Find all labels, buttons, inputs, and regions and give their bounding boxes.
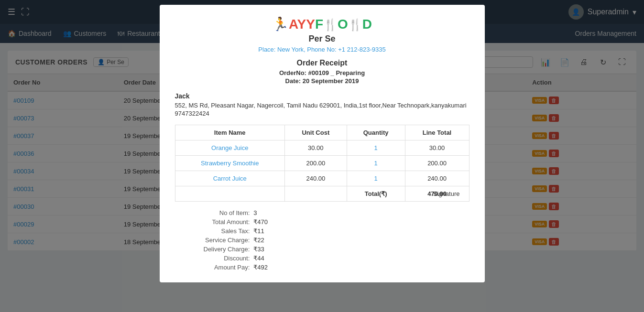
receipt-title: Order Receipt (175, 59, 469, 67)
item-name: Strawberry Smoothie (175, 156, 284, 171)
col-unit-cost: Unit Cost (284, 125, 347, 140)
amount-pay-label: Amount Pay: (204, 264, 250, 271)
receipt-total-row: Total(₹) 470.00 (175, 186, 469, 202)
col-line-total: Line Total (405, 125, 469, 140)
order-no-value: #00109 _ Preparing (308, 69, 365, 76)
customer-phone: 9747322424 (175, 110, 469, 117)
sales-tax-value: ₹11 (253, 227, 268, 235)
service-charge-label: Service Charge: (204, 237, 250, 244)
item-unit-cost: 200.00 (284, 156, 347, 171)
item-unit-cost: 30.00 (284, 140, 347, 156)
order-number-line: OrderNo: #00109 _ Preparing (175, 69, 469, 76)
logo-food: F (315, 17, 323, 32)
receipt-items-table: Item Name Unit Cost Quantity Line Total … (175, 125, 469, 202)
sales-tax-label: Sales Tax: (204, 227, 250, 235)
logo-ayy: AYY (289, 17, 315, 32)
total-amount-value: ₹470 (253, 218, 268, 226)
modal-logo: 🏃AYYF🍴O🍴D (175, 16, 469, 32)
item-name: Orange Juice (175, 140, 284, 156)
signature-label: Signature (433, 190, 460, 197)
receipt-item-row: Orange Juice 30.00 1 30.00 (175, 140, 469, 156)
service-charge-value: ₹22 (253, 237, 268, 244)
logo-d: D (362, 17, 372, 32)
no-of-item-value: 3 (253, 209, 268, 216)
receipt-item-row: Carrot Juice 240.00 1 240.00 (175, 171, 469, 186)
delivery-charge-label: Delivery Charge: (204, 246, 250, 253)
receipt-modal: 🏃AYYF🍴O🍴D Per Se Place: New York, Phone … (160, 5, 485, 282)
item-line-total: 30.00 (405, 140, 469, 156)
amount-pay-value: ₹492 (253, 264, 268, 271)
receipt-item-row: Strawberry Smoothie 200.00 1 200.00 (175, 156, 469, 171)
item-unit-cost: 240.00 (284, 171, 347, 186)
customer-name: Jack (175, 92, 469, 100)
signature-area: Signature (433, 190, 469, 197)
discount-label: Discount: (204, 255, 250, 262)
col-item-name: Item Name (175, 125, 284, 140)
logo-fork1: 🍴 (323, 18, 338, 31)
logo-runner-icon: 🏃 (272, 17, 289, 32)
logo-oo: O (338, 17, 348, 32)
order-no-label: OrderNo: (279, 69, 306, 76)
restaurant-name: Per Se (175, 34, 469, 44)
col-quantity: Quantity (347, 125, 405, 140)
customer-address: 552, MS Rd, Pleasant Nagar, Nagercoil, T… (175, 102, 469, 109)
item-line-total: 200.00 (405, 156, 469, 171)
order-date-line: Date: 20 September 2019 (175, 77, 469, 85)
no-of-item-label: No of Item: (204, 209, 250, 216)
discount-value: ₹44 (253, 255, 268, 262)
item-quantity: 1 (347, 171, 405, 186)
restaurant-place: Place: New York, Phone No: +1 212-823-93… (175, 46, 469, 53)
receipt-header-row: Item Name Unit Cost Quantity Line Total (175, 125, 469, 140)
modal-overlay[interactable]: 🏃AYYF🍴O🍴D Per Se Place: New York, Phone … (0, 0, 644, 312)
total-label: Total(₹) (347, 186, 405, 202)
receipt-summary: No of Item: 3 Total Amount: ₹470 Sales T… (204, 209, 268, 271)
logo-fork2: 🍴 (348, 18, 362, 31)
item-name: Carrot Juice (175, 171, 284, 186)
delivery-charge-value: ₹33 (253, 246, 268, 253)
item-quantity: 1 (347, 156, 405, 171)
date-label: Date: (285, 77, 301, 85)
item-quantity: 1 (347, 140, 405, 156)
total-amount-label: Total Amount: (204, 218, 250, 226)
item-line-total: 240.00 (405, 171, 469, 186)
date-value: 20 September 2019 (303, 77, 359, 85)
